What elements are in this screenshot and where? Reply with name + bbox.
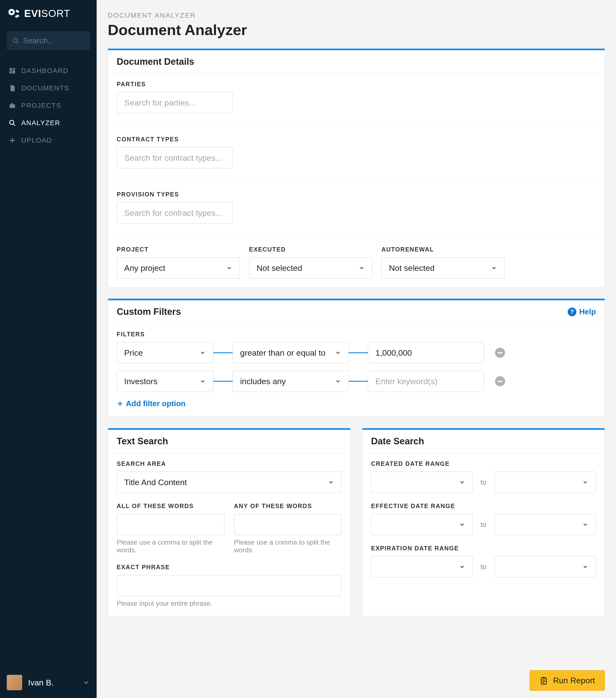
- filter-row: Investors includes any: [117, 371, 596, 392]
- executed-select[interactable]: Not selected: [249, 257, 372, 279]
- nav-upload-label: UPLOAD: [21, 137, 52, 144]
- provision-types-input[interactable]: [124, 208, 225, 218]
- exact-phrase-input-wrapper[interactable]: [117, 575, 341, 596]
- chevron-down-icon: [491, 265, 497, 271]
- text-search-title: Text Search: [117, 436, 168, 446]
- chevron-down-icon: [199, 350, 206, 356]
- parties-input-wrapper[interactable]: [117, 92, 233, 113]
- chevron-down-icon: [459, 479, 465, 485]
- nav-documents[interactable]: DOCUMENTS: [0, 80, 97, 97]
- nav-projects-label: PROJECTS: [21, 102, 61, 110]
- nav-projects[interactable]: PROJECTS: [0, 97, 97, 114]
- analyzer-icon: [9, 120, 16, 127]
- sidebar-search-input[interactable]: [23, 36, 84, 45]
- filter-row: Price greater than or equal to: [117, 342, 596, 363]
- effective-date-from[interactable]: [371, 514, 473, 535]
- svg-rect-4: [10, 68, 12, 71]
- contract-types-input[interactable]: [124, 153, 225, 163]
- filter-connector: [349, 381, 368, 382]
- any-words-help: Please use a comma to split the words.: [234, 539, 342, 554]
- help-link[interactable]: ? Help: [568, 307, 596, 316]
- filter-op-select[interactable]: greater than or equal to: [233, 342, 349, 363]
- executed-label: EXECUTED: [249, 246, 372, 253]
- user-menu[interactable]: Ivan B.: [0, 667, 97, 698]
- search-area-select[interactable]: Title And Content: [117, 472, 341, 493]
- any-words-input-wrapper[interactable]: [234, 514, 342, 535]
- clipboard-icon: [540, 676, 548, 685]
- sidebar: EVISORT DASHBOARD DOCUMENTS PROJECTS ANA…: [0, 0, 97, 698]
- svg-rect-5: [13, 68, 15, 70]
- briefcase-icon: [9, 102, 16, 109]
- run-report-bar: Run Report: [530, 670, 605, 691]
- parties-label: PARTIES: [117, 81, 596, 88]
- filter-value-input-wrapper[interactable]: [368, 342, 484, 363]
- run-report-label: Run Report: [553, 676, 595, 685]
- divider: [117, 124, 596, 125]
- chevron-down-icon: [459, 521, 465, 528]
- exact-phrase-input[interactable]: [124, 581, 334, 590]
- page-title: Document Analyzer: [108, 21, 605, 38]
- filter-value-input[interactable]: [375, 348, 476, 358]
- filter-field-select[interactable]: Price: [117, 342, 213, 363]
- filter-field-value: Investors: [124, 377, 157, 386]
- dashboard-icon: [9, 67, 16, 74]
- run-report-button[interactable]: Run Report: [530, 670, 605, 691]
- remove-filter-button[interactable]: [495, 376, 505, 386]
- nav-upload[interactable]: UPLOAD: [0, 132, 97, 149]
- autorenewal-label: AUTORENEWAL: [381, 246, 505, 253]
- document-details-card: Document Details PARTIES CONTRACT TYPES …: [108, 48, 605, 288]
- help-icon: ?: [568, 308, 576, 316]
- filter-value-input-wrapper[interactable]: [368, 371, 484, 392]
- all-words-input-wrapper[interactable]: [117, 514, 224, 535]
- svg-point-2: [13, 38, 17, 42]
- date-search-title: Date Search: [371, 436, 424, 446]
- filter-connector: [213, 381, 233, 382]
- nav-documents-label: DOCUMENTS: [21, 84, 69, 92]
- nav-dashboard-label: DASHBOARD: [21, 67, 68, 75]
- search-icon: [13, 37, 19, 45]
- search-area-value: Title And Content: [124, 478, 187, 487]
- any-words-label: ANY OF THESE WORDS: [234, 503, 342, 509]
- breadcrumb: DOCUMENT ANALYZER: [108, 12, 605, 19]
- effective-date-to[interactable]: [494, 514, 596, 535]
- effective-date-label: EFFECTIVE DATE RANGE: [371, 503, 596, 509]
- main: DOCUMENT ANALYZER Document Analyzer Docu…: [97, 0, 616, 698]
- contract-types-input-wrapper[interactable]: [117, 147, 233, 168]
- filter-value-input[interactable]: [375, 377, 476, 386]
- chevron-down-icon: [226, 265, 233, 271]
- nav: DASHBOARD DOCUMENTS PROJECTS ANALYZER UP…: [0, 62, 97, 149]
- chevron-down-icon: [459, 564, 465, 570]
- date-search-card: Date Search CREATED DATE RANGE to EFFECT…: [362, 428, 605, 616]
- autorenewal-select[interactable]: Not selected: [381, 257, 505, 279]
- created-date-to[interactable]: [494, 472, 596, 493]
- parties-input[interactable]: [124, 98, 225, 108]
- filter-op-select[interactable]: includes any: [233, 371, 349, 392]
- all-words-input[interactable]: [124, 520, 217, 529]
- add-filter-label: Add filter option: [126, 399, 185, 408]
- exact-phrase-label: EXACT PHRASE: [117, 564, 341, 571]
- chevron-down-icon: [359, 265, 365, 271]
- created-date-from[interactable]: [371, 472, 473, 493]
- filter-field-select[interactable]: Investors: [117, 371, 213, 392]
- svg-point-10: [10, 120, 14, 125]
- plus-icon: [117, 400, 124, 407]
- add-filter-button[interactable]: Add filter option: [117, 399, 596, 408]
- exact-phrase-help: Please input your entire phrase.: [117, 600, 341, 608]
- any-words-input[interactable]: [241, 520, 334, 529]
- all-words-help: Please use a comma to split the words.: [117, 539, 224, 554]
- project-select[interactable]: Any project: [117, 257, 240, 279]
- custom-filters-title: Custom Filters: [117, 307, 181, 317]
- executed-value: Not selected: [256, 263, 302, 273]
- remove-filter-button[interactable]: [495, 348, 505, 358]
- expiration-date-to[interactable]: [494, 556, 596, 577]
- created-date-label: CREATED DATE RANGE: [371, 460, 596, 467]
- expiration-date-from[interactable]: [371, 556, 473, 577]
- sidebar-search[interactable]: [7, 31, 90, 50]
- avatar: [7, 675, 22, 690]
- project-label: PROJECT: [117, 246, 240, 253]
- filter-op-value: greater than or equal to: [240, 348, 325, 358]
- nav-dashboard[interactable]: DASHBOARD: [0, 62, 97, 80]
- to-label: to: [480, 563, 487, 571]
- nav-analyzer[interactable]: ANALYZER: [0, 114, 97, 132]
- provision-types-input-wrapper[interactable]: [117, 202, 233, 223]
